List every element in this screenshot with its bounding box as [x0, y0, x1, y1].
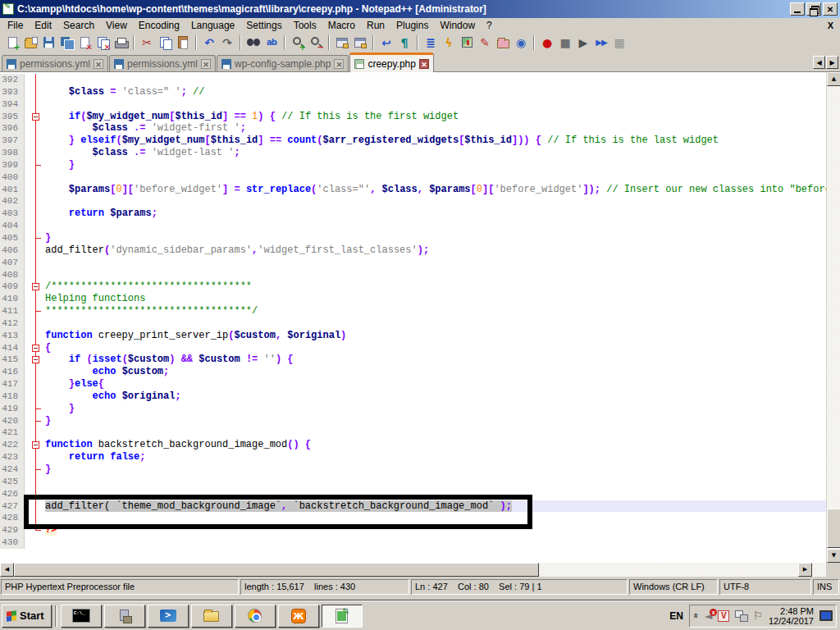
word-wrap-icon[interactable]: ↩: [377, 34, 395, 51]
code-text[interactable]: }: [45, 403, 826, 415]
hide-icons-chevron-icon[interactable]: «: [691, 613, 701, 619]
code-text[interactable]: }: [45, 415, 826, 427]
fold-collapse-icon[interactable]: [32, 113, 39, 121]
code-editor[interactable]: 392393 $class = 'class=" '; //394395 if(…: [0, 72, 840, 563]
vertical-scroll-thumb[interactable]: [827, 509, 840, 548]
menu-file[interactable]: File: [2, 19, 29, 32]
show-desktop-monitor-icon[interactable]: [819, 610, 833, 621]
menu-help[interactable]: ?: [481, 19, 498, 32]
code-text[interactable]: [45, 257, 826, 269]
playback-macro-icon[interactable]: ▶: [574, 34, 592, 51]
code-text[interactable]: return false;: [45, 451, 826, 463]
code-text[interactable]: $params[0]['before_widget'] = str_replac…: [45, 184, 826, 196]
taskbar-notepad-plus-plus[interactable]: [322, 605, 363, 628]
network-icon[interactable]: [735, 610, 747, 621]
volume-muted-icon[interactable]: ◄x: [705, 610, 712, 622]
code-text[interactable]: $class .= 'widget-last ';: [45, 147, 826, 159]
tab-scroll-right-icon[interactable]: ▶: [826, 56, 838, 69]
menu-window[interactable]: Window: [434, 19, 481, 32]
save-icon[interactable]: [39, 34, 57, 51]
show-all-characters-icon[interactable]: ¶: [395, 34, 413, 51]
code-text[interactable]: }: [45, 159, 826, 171]
code-text[interactable]: }: [45, 463, 826, 476]
fold-margin[interactable]: [25, 281, 45, 293]
fold-collapse-icon[interactable]: [32, 356, 39, 363]
code-text[interactable]: add_filter('dynamic_sidebar_params','wid…: [45, 244, 826, 257]
code-text[interactable]: echo $original;: [45, 390, 826, 403]
code-text[interactable]: echo $custom;: [45, 366, 826, 378]
code-text[interactable]: [45, 195, 826, 208]
redo-icon[interactable]: ↷: [218, 34, 236, 51]
code-text[interactable]: [45, 171, 826, 184]
new-file-icon[interactable]: +: [3, 34, 21, 51]
close-button[interactable]: ✕: [823, 2, 838, 16]
taskbar-powershell[interactable]: >: [148, 605, 189, 628]
tab-creepy.php[interactable]: creepy.php✕: [349, 52, 433, 72]
fold-collapse-icon[interactable]: [32, 283, 39, 290]
taskbar-clock[interactable]: 2:48 PM 12/24/2017: [769, 606, 814, 626]
document-map-icon[interactable]: [458, 34, 476, 51]
menu-run[interactable]: Run: [361, 19, 390, 32]
open-file-icon[interactable]: [21, 34, 39, 51]
code-text[interactable]: [45, 427, 826, 439]
copy-icon[interactable]: [156, 34, 174, 51]
fold-margin[interactable]: [25, 111, 45, 123]
close-icon[interactable]: ✕: [75, 34, 94, 51]
code-text[interactable]: $class = 'class=" '; //: [45, 86, 826, 98]
tab-permissions.yml[interactable]: permissions.yml✕: [109, 55, 216, 71]
restore-button[interactable]: [806, 2, 821, 16]
code-text[interactable]: function backstretch_background_image_mo…: [45, 439, 826, 451]
fold-margin[interactable]: [25, 354, 45, 366]
code-text[interactable]: [45, 74, 826, 86]
code-text[interactable]: } elseif($my_widget_num[$this_id] == cou…: [45, 135, 826, 147]
tab-close-icon[interactable]: ✕: [419, 59, 429, 69]
document-switcher-icon[interactable]: ✎: [476, 34, 494, 51]
tab-wp-config-sample.php[interactable]: wp-config-sample.php✕: [217, 55, 349, 71]
horizontal-scroll-thumb[interactable]: [14, 563, 539, 577]
paste-icon[interactable]: [174, 34, 192, 51]
code-text[interactable]: if($my_widget_num[$this_id] == 1) { // I…: [45, 111, 826, 123]
start-button[interactable]: Start: [2, 605, 52, 628]
menu-edit[interactable]: Edit: [29, 19, 57, 32]
vertical-scrollbar[interactable]: ▲ ▼: [826, 72, 840, 563]
fold-collapse-icon[interactable]: [32, 441, 39, 449]
menu-encoding[interactable]: Encoding: [133, 19, 185, 32]
code-text[interactable]: {: [45, 342, 826, 354]
menu-macro[interactable]: Macro: [322, 19, 361, 32]
sync-horizontal-scrolling-icon[interactable]: [351, 34, 369, 51]
monitoring-icon[interactable]: ◉: [512, 34, 530, 51]
horizontal-scrollbar[interactable]: ◀ ▶: [0, 563, 826, 577]
code-text[interactable]: /**********************************: [45, 281, 826, 293]
menu-tools[interactable]: Tools: [288, 19, 322, 32]
menu-view[interactable]: View: [100, 19, 133, 32]
taskbar-server-manager[interactable]: [104, 605, 145, 628]
folder-as-workspace-icon[interactable]: [494, 34, 512, 51]
scroll-down-icon[interactable]: ▼: [827, 549, 840, 563]
taskbar-xampp[interactable]: Ж: [278, 605, 319, 628]
stop-recording-macro-icon[interactable]: ■: [556, 34, 574, 51]
user-defined-language-icon[interactable]: ϟ: [440, 34, 458, 51]
code-text[interactable]: }else{: [45, 378, 826, 390]
code-text[interactable]: ***********************************/: [45, 305, 826, 317]
tab-scroll-left-icon[interactable]: ◀: [813, 56, 825, 69]
undo-icon[interactable]: ↶: [200, 34, 218, 51]
taskbar-chrome[interactable]: [235, 605, 276, 628]
fold-margin[interactable]: [25, 342, 45, 354]
tab-close-icon[interactable]: ✕: [94, 59, 103, 69]
antivirus-v-icon[interactable]: V: [718, 610, 729, 622]
menu-settings[interactable]: Settings: [240, 19, 287, 32]
code-text[interactable]: [45, 476, 826, 488]
save-recorded-macro-icon[interactable]: ▦: [610, 34, 628, 51]
start-recording-macro-icon[interactable]: ●: [538, 34, 556, 51]
document-close-icon[interactable]: X: [828, 21, 833, 30]
tab-close-icon[interactable]: ✕: [201, 59, 211, 69]
replace-icon[interactable]: ab: [262, 34, 281, 51]
menu-plugins[interactable]: Plugins: [390, 19, 434, 32]
minimize-button[interactable]: [790, 2, 805, 16]
code-text[interactable]: [45, 269, 826, 281]
code-text[interactable]: [45, 536, 826, 549]
language-indicator[interactable]: EN: [669, 610, 683, 622]
flag-icon[interactable]: ⚐: [753, 609, 763, 622]
scroll-up-icon[interactable]: ▲: [827, 72, 840, 86]
code-text[interactable]: function creepy_print_server_ip($custom,…: [45, 330, 826, 342]
